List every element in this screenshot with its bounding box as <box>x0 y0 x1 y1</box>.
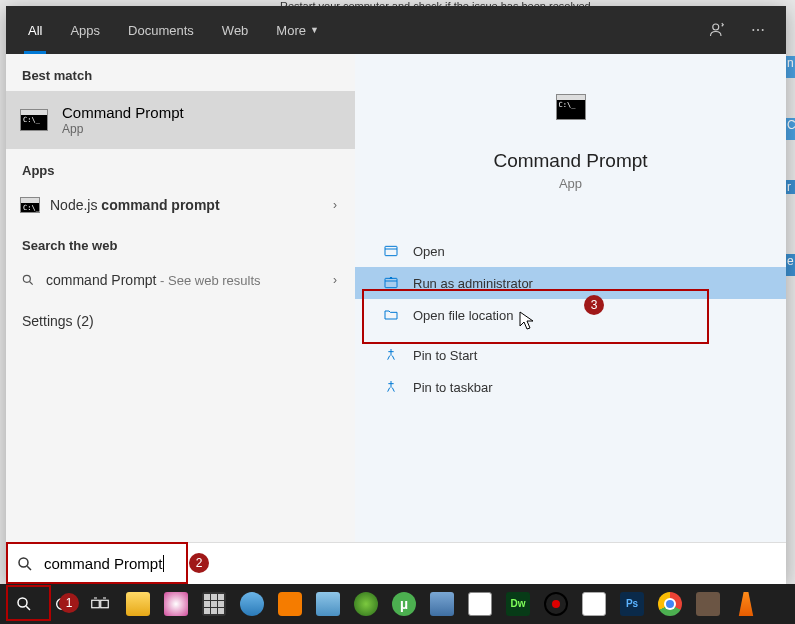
best-match-header: Best match <box>6 54 355 91</box>
taskbar-search-button[interactable] <box>6 586 42 622</box>
apps-header: Apps <box>6 149 355 186</box>
action-open-label: Open <box>413 244 445 259</box>
action-pin-to-start[interactable]: Pin to Start <box>355 339 786 371</box>
svg-point-3 <box>762 29 764 31</box>
tab-apps[interactable]: Apps <box>56 6 114 54</box>
taskbar-app-5[interactable] <box>424 586 460 622</box>
annotation-badge-2: 2 <box>189 553 209 573</box>
tab-documents[interactable]: Documents <box>114 6 208 54</box>
svg-point-2 <box>757 29 759 31</box>
app-result-nodejs[interactable]: Node.js command prompt › <box>6 186 355 224</box>
command-prompt-icon <box>20 109 48 131</box>
taskbar-app-2[interactable] <box>234 586 270 622</box>
mouse-cursor <box>519 311 535 331</box>
taskbar-calculator[interactable] <box>196 586 232 622</box>
annotation-badge-3: 3 <box>584 295 604 315</box>
details-pane: Command Prompt App Open Run as administr… <box>355 54 786 542</box>
app-result-label: Node.js command prompt <box>50 197 220 213</box>
tab-web[interactable]: Web <box>208 6 263 54</box>
taskbar-gimp[interactable] <box>690 586 726 622</box>
details-title: Command Prompt <box>493 150 647 172</box>
best-match-title: Command Prompt <box>62 104 184 121</box>
taskbar-app-6[interactable] <box>576 586 612 622</box>
windows-search-panel: All Apps Documents Web More▼ Best match … <box>6 6 786 584</box>
svg-rect-10 <box>92 600 100 608</box>
tab-more[interactable]: More▼ <box>262 6 333 54</box>
search-web-header: Search the web <box>6 224 355 261</box>
web-result-label: command Prompt - See web results <box>46 272 261 288</box>
results-list: Best match Command Prompt App Apps Node.… <box>6 54 355 542</box>
search-tabs: All Apps Documents Web More▼ <box>6 6 786 54</box>
web-result-item[interactable]: command Prompt - See web results › <box>6 261 355 299</box>
svg-rect-6 <box>385 278 397 287</box>
command-prompt-icon-large <box>556 94 586 120</box>
annotation-badge-1: 1 <box>59 593 79 613</box>
more-options-icon[interactable] <box>738 22 778 38</box>
action-run-as-administrator[interactable]: Run as administrator <box>355 267 786 299</box>
details-subtitle: App <box>559 176 582 191</box>
svg-point-1 <box>752 29 754 31</box>
chevron-down-icon: ▼ <box>310 25 319 35</box>
taskbar-xampp[interactable] <box>272 586 308 622</box>
tab-all[interactable]: All <box>14 6 56 54</box>
search-input-value: command Prompt <box>44 555 162 572</box>
background-fragment: nCr e <box>785 56 795 316</box>
taskbar-task-view-button[interactable] <box>82 586 118 622</box>
svg-point-7 <box>19 558 28 567</box>
svg-point-0 <box>713 24 719 30</box>
action-open-location-label: Open file location <box>413 308 513 323</box>
action-pin-to-taskbar[interactable]: Pin to taskbar <box>355 371 786 403</box>
svg-point-4 <box>23 275 30 282</box>
svg-rect-5 <box>385 246 397 255</box>
terminal-icon <box>20 197 40 213</box>
taskbar-utorrent[interactable]: µ <box>386 586 422 622</box>
feedback-icon[interactable] <box>698 21 738 39</box>
taskbar-file-explorer[interactable] <box>120 586 156 622</box>
taskbar-app-4[interactable] <box>348 586 384 622</box>
taskbar-vlc[interactable] <box>728 586 764 622</box>
action-open-file-location[interactable]: Open file location <box>355 299 786 331</box>
best-match-subtitle: App <box>62 122 184 136</box>
action-pin-start-label: Pin to Start <box>413 348 477 363</box>
search-icon <box>20 272 36 288</box>
search-icon <box>16 555 34 573</box>
taskbar: µ Dw Ps <box>0 584 795 624</box>
svg-rect-11 <box>101 600 109 608</box>
taskbar-dreamweaver[interactable]: Dw <box>500 586 536 622</box>
taskbar-app-3[interactable] <box>310 586 346 622</box>
taskbar-record[interactable] <box>538 586 574 622</box>
taskbar-notepad[interactable] <box>462 586 498 622</box>
chevron-right-icon: › <box>333 198 337 212</box>
svg-point-8 <box>18 598 27 607</box>
search-input[interactable]: command Prompt <box>6 542 786 584</box>
action-open[interactable]: Open <box>355 235 786 267</box>
taskbar-photoshop[interactable]: Ps <box>614 586 650 622</box>
taskbar-chrome[interactable] <box>652 586 688 622</box>
settings-header[interactable]: Settings (2) <box>6 299 355 337</box>
action-run-admin-label: Run as administrator <box>413 276 533 291</box>
best-match-result[interactable]: Command Prompt App <box>6 91 355 149</box>
taskbar-app-1[interactable] <box>158 586 194 622</box>
action-pin-taskbar-label: Pin to taskbar <box>413 380 493 395</box>
chevron-right-icon: › <box>333 273 337 287</box>
